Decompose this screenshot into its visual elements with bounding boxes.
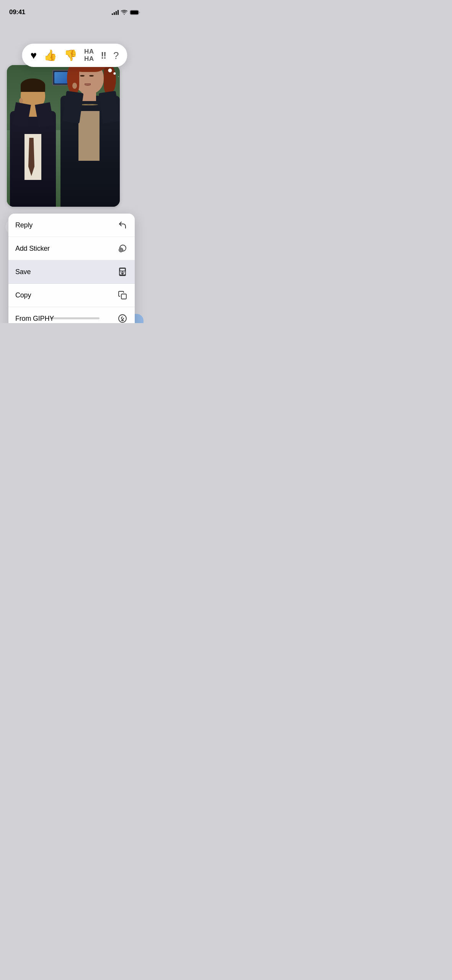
home-indicator: [50, 317, 100, 319]
reply-icon: [117, 220, 128, 230]
menu-item-reply[interactable]: Reply: [8, 214, 135, 237]
menu-item-add-sticker[interactable]: Add Sticker: [8, 237, 135, 260]
status-icons: [112, 10, 140, 15]
context-menu: Reply Add Sticker Save: [8, 214, 135, 323]
svg-rect-9: [121, 294, 126, 299]
reaction-heart[interactable]: ♥: [30, 50, 37, 61]
wifi-icon: [121, 10, 127, 15]
message-image: [7, 65, 120, 207]
reaction-picker: ♥ 👍 👎 HAHA ‼ ?: [22, 44, 127, 67]
reaction-haha[interactable]: HAHA: [84, 48, 94, 62]
reaction-thumbs-up[interactable]: 👍: [44, 50, 57, 61]
menu-item-copy[interactable]: Copy: [8, 284, 135, 307]
reaction-thumbs-down[interactable]: 👎: [64, 50, 77, 61]
battery-icon: [130, 10, 140, 15]
menu-item-from-giphy[interactable]: From GIPHY: [8, 307, 135, 323]
app-store-icon: [117, 313, 128, 323]
status-time: 09:41: [9, 8, 25, 16]
reaction-exclamation[interactable]: ‼: [101, 51, 107, 60]
message-bubble-container: [7, 65, 120, 207]
menu-item-add-sticker-label: Add Sticker: [15, 245, 50, 253]
save-icon: [117, 266, 128, 277]
menu-item-save[interactable]: Save: [8, 260, 135, 284]
menu-item-copy-label: Copy: [15, 291, 31, 299]
svg-point-10: [119, 315, 126, 322]
menu-item-save-label: Save: [15, 268, 31, 276]
signal-icon: [112, 10, 119, 15]
copy-icon: [117, 290, 128, 301]
message-bubble: [7, 65, 120, 207]
menu-item-from-giphy-label: From GIPHY: [15, 315, 54, 323]
svg-rect-8: [120, 268, 125, 271]
svg-rect-1: [131, 10, 139, 14]
reaction-question[interactable]: ?: [113, 51, 119, 60]
status-bar: 09:41: [0, 0, 149, 19]
sticker-icon: [117, 243, 128, 254]
menu-item-reply-label: Reply: [15, 221, 33, 229]
